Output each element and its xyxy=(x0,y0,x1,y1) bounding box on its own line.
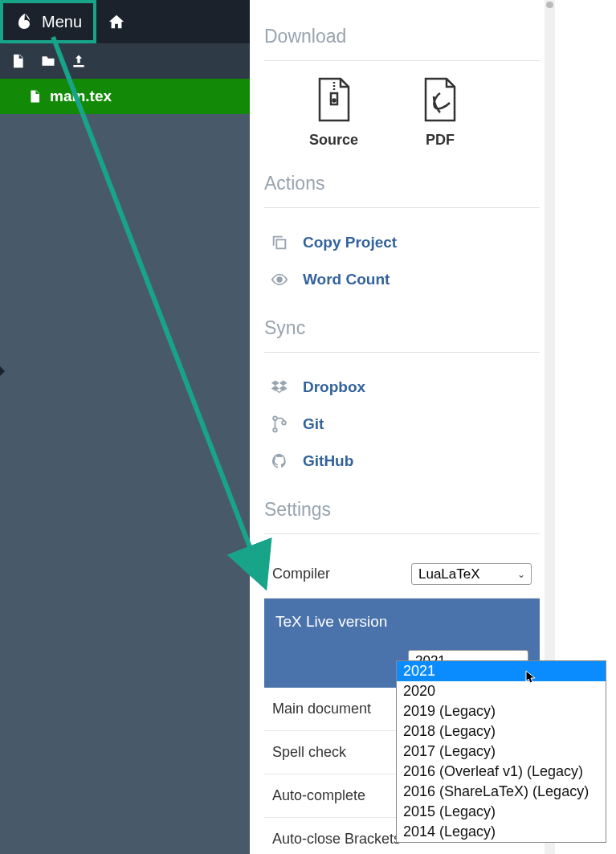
section-download-title: Download xyxy=(264,26,540,47)
file-name: main.tex xyxy=(50,88,112,105)
dropdown-option[interactable]: 2018 (Legacy) xyxy=(397,721,606,742)
panel-scrollbar-thumb[interactable] xyxy=(546,2,553,8)
autocomplete-label: Auto-complete xyxy=(272,787,365,804)
divider xyxy=(264,60,540,61)
new-folder-icon[interactable] xyxy=(40,53,56,69)
git-label: Git xyxy=(303,415,324,433)
copy-icon xyxy=(271,234,288,251)
dropdown-option[interactable]: 2017 (Legacy) xyxy=(397,742,606,762)
dropdown-option[interactable]: 2016 (ShareLaTeX) (Legacy) xyxy=(397,782,606,802)
texlive-label: TeX Live version xyxy=(275,613,387,631)
download-source-button[interactable]: Source xyxy=(309,77,358,149)
svg-point-6 xyxy=(282,421,286,425)
github-label: GitHub xyxy=(303,452,353,470)
copy-project-label: Copy Project xyxy=(303,234,397,251)
file-icon xyxy=(27,89,42,104)
divider xyxy=(264,352,540,353)
eye-icon xyxy=(271,271,288,288)
section-settings-title: Settings xyxy=(264,499,540,521)
file-row-main[interactable]: main.tex xyxy=(0,79,250,114)
sync-github-button[interactable]: GitHub xyxy=(264,443,540,480)
compiler-select[interactable]: LuaLaTeX xyxy=(411,563,532,585)
sync-git-button[interactable]: Git xyxy=(264,406,540,443)
github-icon xyxy=(271,452,288,470)
svg-point-4 xyxy=(273,416,277,420)
dropdown-option[interactable]: 2020 xyxy=(397,681,606,701)
dropdown-option[interactable]: 2016 (Overleaf v1) (Legacy) xyxy=(397,762,606,782)
svg-point-1 xyxy=(332,100,335,102)
overleaf-logo-icon xyxy=(14,12,34,31)
new-file-icon[interactable] xyxy=(10,53,26,69)
dropdown-option[interactable]: 2019 (Legacy) xyxy=(397,701,606,721)
section-actions-title: Actions xyxy=(264,173,540,194)
download-pdf-button[interactable]: PDF xyxy=(422,77,458,149)
sync-dropbox-button[interactable]: Dropbox xyxy=(264,369,540,406)
dropbox-icon xyxy=(271,378,288,396)
download-row: Source PDF xyxy=(264,77,540,149)
autoclose-label: Auto-close Brackets xyxy=(272,831,401,848)
home-icon[interactable] xyxy=(108,13,125,31)
svg-point-5 xyxy=(273,428,277,432)
download-pdf-label: PDF xyxy=(426,132,455,149)
topbar: Menu xyxy=(0,0,250,43)
dropdown-option[interactable]: 2021 xyxy=(397,661,606,681)
svg-rect-2 xyxy=(276,239,285,248)
pdf-file-icon xyxy=(422,77,458,122)
dropdown-option[interactable]: 2014 (Legacy) xyxy=(397,822,606,842)
texlive-dropdown: 2021 2020 2019 (Legacy) 2018 (Legacy) 20… xyxy=(396,660,606,843)
divider xyxy=(264,533,540,534)
svg-point-3 xyxy=(277,277,282,282)
dropbox-label: Dropbox xyxy=(303,378,365,396)
sidebar: Menu main.tex xyxy=(0,0,250,854)
divider xyxy=(264,207,540,208)
git-icon xyxy=(271,415,288,433)
spellcheck-label: Spell check xyxy=(272,744,346,761)
file-toolbar xyxy=(0,43,250,79)
upload-icon[interactable] xyxy=(71,53,87,69)
compiler-label: Compiler xyxy=(272,566,330,582)
copy-project-button[interactable]: Copy Project xyxy=(264,224,540,261)
word-count-button[interactable]: Word Count xyxy=(264,261,540,298)
section-sync-title: Sync xyxy=(264,317,540,339)
main-document-label: Main document xyxy=(272,701,371,717)
zip-file-icon xyxy=(316,77,352,122)
download-source-label: Source xyxy=(309,132,358,149)
setting-compiler: Compiler LuaLaTeX ⌄ xyxy=(264,550,540,599)
word-count-label: Word Count xyxy=(303,271,390,288)
menu-button[interactable]: Menu xyxy=(0,0,96,43)
drag-caret-icon xyxy=(0,366,5,376)
cursor-pointer-icon xyxy=(525,670,536,684)
menu-label: Menu xyxy=(42,13,82,31)
dropdown-option[interactable]: 2015 (Legacy) xyxy=(397,802,606,822)
